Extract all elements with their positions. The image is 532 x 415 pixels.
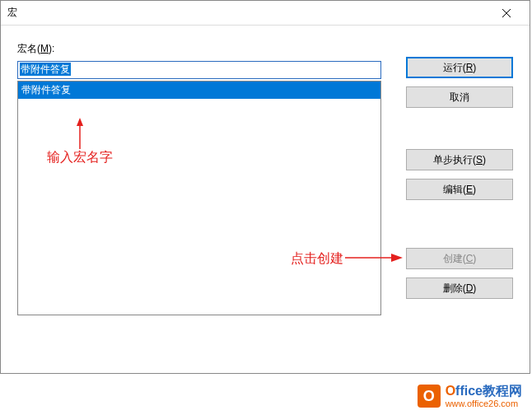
close-button[interactable] xyxy=(490,2,523,25)
watermark-logo-icon: O xyxy=(418,385,441,408)
macro-name-label: 宏名(M): xyxy=(17,42,381,56)
macro-dialog: 宏 宏名(M): 带附件答复 带附件答复 运行(R) 取消 xyxy=(0,0,530,374)
cancel-button[interactable]: 取消 xyxy=(406,86,513,108)
create-button[interactable]: 创建(C) xyxy=(406,248,513,269)
left-panel: 宏名(M): 带附件答复 带附件答复 xyxy=(17,42,381,315)
macro-name-input[interactable] xyxy=(17,61,381,79)
window-title: 宏 xyxy=(7,6,490,20)
watermark-url: www.office26.com xyxy=(446,399,522,408)
run-button[interactable]: 运行(R) xyxy=(406,57,513,78)
macro-name-selection: 带附件答复 xyxy=(20,63,71,76)
list-item[interactable]: 带附件答复 xyxy=(18,82,380,99)
delete-button[interactable]: 删除(D) xyxy=(406,277,513,299)
watermark-title: Office教程网 xyxy=(446,384,522,399)
watermark-text: Office教程网 www.office26.com xyxy=(446,384,522,408)
edit-button[interactable]: 编辑(E) xyxy=(406,179,513,200)
step-button[interactable]: 单步执行(S) xyxy=(406,149,513,170)
watermark: O Office教程网 www.office26.com xyxy=(418,384,522,408)
button-panel: 运行(R) 取消 单步执行(S) 编辑(E) 创建(C) 删除(D) xyxy=(406,42,513,315)
macro-list[interactable]: 带附件答复 xyxy=(17,81,381,315)
macro-name-input-wrap: 带附件答复 xyxy=(17,61,381,79)
close-icon xyxy=(502,9,511,17)
dialog-content: 宏名(M): 带附件答复 带附件答复 运行(R) 取消 单步执行(S) 编辑(E… xyxy=(1,26,530,324)
titlebar: 宏 xyxy=(1,1,530,26)
